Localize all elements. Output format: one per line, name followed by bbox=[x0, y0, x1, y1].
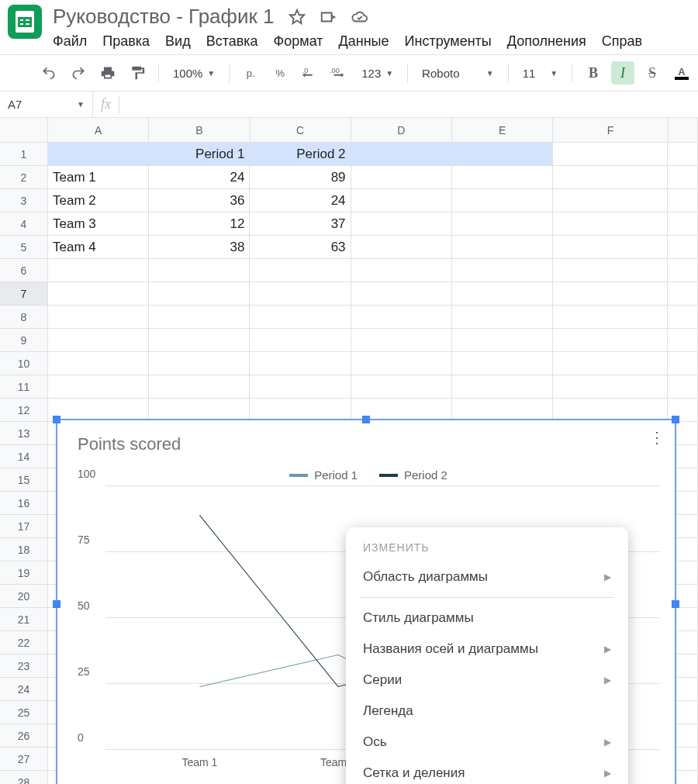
cell[interactable] bbox=[452, 329, 553, 352]
cell[interactable]: Period 1 bbox=[149, 143, 250, 166]
row-header[interactable]: 13 bbox=[0, 422, 48, 445]
row-header[interactable]: 5 bbox=[0, 236, 48, 259]
cell[interactable] bbox=[668, 375, 698, 399]
cell[interactable] bbox=[48, 259, 149, 282]
cell[interactable] bbox=[668, 166, 698, 189]
cell[interactable] bbox=[250, 282, 351, 306]
menu-insert[interactable]: Вставка bbox=[206, 33, 258, 50]
cell[interactable]: 12 bbox=[149, 212, 250, 236]
row-header[interactable]: 2 bbox=[0, 166, 48, 189]
format-currency-button[interactable]: р. bbox=[239, 61, 262, 85]
cell[interactable] bbox=[553, 329, 668, 352]
row-header[interactable]: 9 bbox=[0, 329, 48, 352]
cell[interactable] bbox=[250, 329, 351, 352]
cell[interactable] bbox=[149, 259, 250, 282]
row-header[interactable]: 28 bbox=[0, 771, 48, 784]
row-header[interactable]: 15 bbox=[0, 468, 48, 492]
cell[interactable]: 24 bbox=[250, 189, 351, 212]
cell[interactable] bbox=[48, 306, 149, 329]
more-formats-button[interactable]: 123 ▼ bbox=[357, 67, 398, 80]
column-header[interactable]: F bbox=[553, 118, 668, 143]
cell[interactable]: Team 1 bbox=[48, 166, 149, 189]
cell[interactable] bbox=[668, 212, 698, 236]
row-header[interactable]: 19 bbox=[0, 561, 48, 585]
cell[interactable] bbox=[452, 259, 553, 282]
cell[interactable]: 38 bbox=[149, 236, 250, 259]
row-header[interactable]: 27 bbox=[0, 748, 48, 771]
menu-item-axis[interactable]: Ось ▶ bbox=[346, 727, 628, 758]
cell[interactable] bbox=[452, 236, 553, 259]
menu-addons[interactable]: Дополнения bbox=[507, 33, 586, 50]
legend-item[interactable]: Period 1 bbox=[289, 468, 358, 482]
column-header[interactable]: D bbox=[351, 118, 452, 143]
cell[interactable] bbox=[48, 352, 149, 375]
cell[interactable]: Team 2 bbox=[48, 189, 149, 212]
row-header[interactable]: 22 bbox=[0, 631, 48, 654]
cell[interactable] bbox=[48, 375, 149, 399]
cell[interactable] bbox=[553, 352, 668, 375]
row-header[interactable]: 8 bbox=[0, 306, 48, 329]
row-header[interactable]: 20 bbox=[0, 585, 48, 608]
menu-format[interactable]: Формат bbox=[274, 33, 323, 50]
bold-button[interactable]: B bbox=[582, 61, 605, 85]
cell[interactable] bbox=[553, 259, 668, 282]
menu-file[interactable]: Файл bbox=[53, 33, 87, 50]
cell[interactable] bbox=[351, 259, 452, 282]
menu-edit[interactable]: Правка bbox=[102, 33, 150, 50]
cell[interactable]: Period 2 bbox=[250, 143, 351, 166]
strikethrough-button[interactable]: S bbox=[641, 61, 664, 85]
cell[interactable] bbox=[553, 236, 668, 259]
cell[interactable] bbox=[553, 282, 668, 306]
row-header[interactable]: 25 bbox=[0, 701, 48, 724]
cloud-saved-icon[interactable] bbox=[351, 9, 369, 26]
row-header[interactable]: 12 bbox=[0, 399, 48, 422]
row-header[interactable]: 24 bbox=[0, 678, 48, 701]
row-header[interactable]: 21 bbox=[0, 608, 48, 631]
cell[interactable] bbox=[351, 352, 452, 375]
menu-item-series[interactable]: Серии ▶ bbox=[346, 665, 628, 696]
cell[interactable] bbox=[668, 329, 698, 352]
cell[interactable]: 63 bbox=[250, 236, 351, 259]
cell[interactable] bbox=[351, 282, 452, 306]
cell[interactable] bbox=[553, 212, 668, 236]
sheets-logo[interactable] bbox=[8, 5, 42, 39]
cell[interactable]: 24 bbox=[149, 166, 250, 189]
cell[interactable] bbox=[149, 352, 250, 375]
row-header[interactable]: 7 bbox=[0, 282, 48, 306]
cell[interactable] bbox=[668, 306, 698, 329]
cell[interactable] bbox=[250, 375, 351, 399]
row-header[interactable]: 14 bbox=[0, 445, 48, 468]
cell[interactable]: Team 3 bbox=[48, 212, 149, 236]
cell[interactable] bbox=[668, 352, 698, 375]
print-button[interactable] bbox=[96, 61, 119, 85]
cell[interactable] bbox=[149, 329, 250, 352]
cell[interactable] bbox=[668, 143, 698, 166]
cell[interactable] bbox=[553, 306, 668, 329]
cell[interactable] bbox=[452, 189, 553, 212]
cell[interactable] bbox=[553, 375, 668, 399]
cell[interactable] bbox=[452, 375, 553, 399]
redo-button[interactable] bbox=[67, 61, 90, 85]
cell[interactable]: 37 bbox=[250, 212, 351, 236]
cell[interactable] bbox=[351, 212, 452, 236]
menu-data[interactable]: Данные bbox=[339, 33, 389, 50]
row-header[interactable]: 26 bbox=[0, 724, 48, 748]
cell[interactable] bbox=[668, 282, 698, 306]
increase-decimal-button[interactable]: .00 bbox=[327, 61, 351, 85]
cell[interactable]: 89 bbox=[250, 166, 351, 189]
cell[interactable] bbox=[553, 166, 668, 189]
cell[interactable] bbox=[452, 143, 553, 166]
format-percent-button[interactable]: % bbox=[268, 61, 292, 85]
column-header[interactable]: A bbox=[48, 118, 149, 143]
row-header[interactable]: 6 bbox=[0, 259, 48, 282]
formula-input[interactable] bbox=[119, 92, 698, 117]
cell[interactable] bbox=[351, 189, 452, 212]
menu-item-chart-style[interactable]: Стиль диаграммы bbox=[346, 603, 628, 634]
cell[interactable] bbox=[553, 189, 668, 212]
cell[interactable] bbox=[452, 352, 553, 375]
zoom-select[interactable]: 100% ▼ bbox=[168, 67, 219, 80]
undo-button[interactable] bbox=[37, 61, 60, 85]
menu-tools[interactable]: Инструменты bbox=[405, 33, 492, 50]
document-title[interactable]: Руководство - График 1 bbox=[53, 5, 275, 29]
row-header[interactable]: 10 bbox=[0, 352, 48, 375]
